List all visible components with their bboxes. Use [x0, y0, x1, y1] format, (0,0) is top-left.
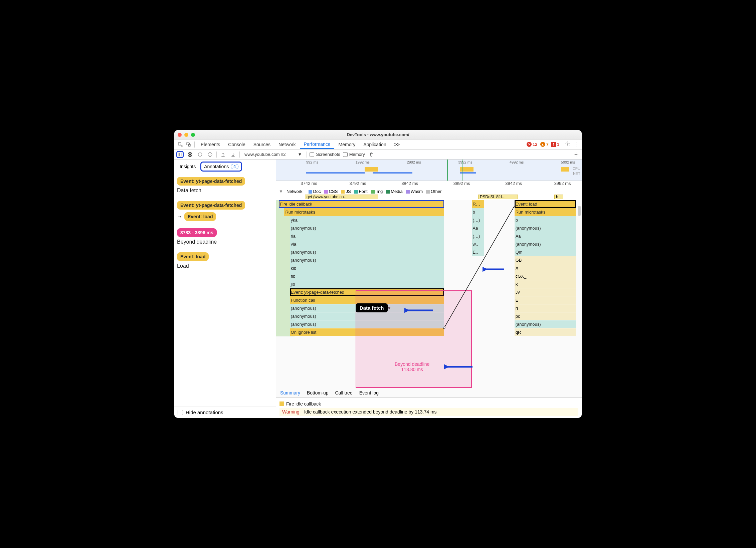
tab-calltree[interactable]: Call tree: [335, 390, 353, 395]
flame-entry[interactable]: (…): [472, 216, 484, 224]
flame-entry[interactable]: Event: yt-page-data-fetched: [290, 288, 444, 296]
divider: [216, 152, 217, 158]
record-button[interactable]: [186, 151, 194, 158]
trace-dropdown[interactable]: www.youtube.com #2▼: [242, 151, 304, 158]
flame-entry[interactable]: w..: [472, 240, 484, 248]
flame-entry[interactable]: (…): [472, 232, 484, 240]
flame-entry[interactable]: Fire idle callback: [279, 200, 444, 208]
flame-entry[interactable]: b: [472, 208, 484, 216]
network-request[interactable]: h: [554, 195, 563, 199]
timeline-ruler[interactable]: 3742 ms3792 ms3842 ms3892 ms3942 ms3992 …: [276, 181, 582, 188]
tab-overflow[interactable]: >>: [391, 141, 403, 149]
network-request[interactable]: PSDnSl_8fd…: [478, 195, 518, 199]
tab-application[interactable]: Application: [360, 141, 390, 149]
inspect-icon[interactable]: [177, 141, 184, 148]
reload-button[interactable]: [196, 151, 204, 158]
annotation-item[interactable]: 3783 - 3896 ms Beyond deadline: [177, 228, 273, 245]
flame-entry[interactable]: R…: [472, 200, 484, 208]
memory-checkbox[interactable]: Memory: [343, 152, 365, 157]
tab-sources[interactable]: Sources: [250, 141, 274, 149]
annotation-item[interactable]: Event: yt-page-data-fetched → Event: loa…: [177, 201, 273, 221]
tab-summary[interactable]: Summary: [280, 390, 300, 395]
ruler-tick: 3792 ms: [350, 181, 366, 186]
flame-entry[interactable]: (anonymous): [290, 320, 444, 328]
flame-entry[interactable]: Qm: [515, 248, 576, 256]
issue-count[interactable]: !1: [551, 142, 559, 147]
flame-entry[interactable]: Aa: [472, 224, 484, 232]
svg-point-3: [567, 143, 568, 145]
warning-row: Warning Idle callback execution extended…: [279, 408, 578, 416]
network-label: Network: [287, 189, 303, 194]
flame-entry[interactable]: Run microtasks: [515, 208, 576, 216]
network-request[interactable]: get (www.youtube.co…: [305, 195, 378, 199]
flame-entry[interactable]: b: [515, 216, 576, 224]
devtools-window: DevTools - www.youtube.com/ Elements Con…: [174, 130, 582, 418]
close-icon[interactable]: [178, 133, 182, 137]
flame-entry[interactable]: (anonymous): [290, 256, 444, 264]
download-button[interactable]: [229, 151, 237, 158]
screenshots-checkbox[interactable]: Screenshots: [310, 152, 340, 157]
error-count[interactable]: ✕12: [527, 142, 537, 147]
flame-entry[interactable]: cGX_: [515, 272, 576, 280]
flame-entry[interactable]: qR: [515, 328, 576, 336]
flame-entry[interactable]: k: [515, 280, 576, 288]
maximize-icon[interactable]: [191, 133, 195, 137]
deadline-label: Beyond deadline 113.80 ms: [374, 361, 450, 372]
flame-entry[interactable]: Event: load: [515, 200, 576, 208]
flame-entry[interactable]: vla: [290, 240, 444, 248]
tab-eventlog[interactable]: Event log: [359, 390, 379, 395]
flame-entry[interactable]: jlb: [290, 280, 444, 288]
gear-icon[interactable]: [565, 141, 570, 148]
tab-console[interactable]: Console: [225, 141, 248, 149]
annotation-item[interactable]: Event: yt-page-data-fetched Data fetch: [177, 177, 273, 194]
flame-entry[interactable]: X: [515, 264, 576, 272]
device-icon[interactable]: [185, 141, 192, 148]
flame-entry[interactable]: Function call: [290, 296, 444, 304]
network-track[interactable]: ▼ Network DocCSSJSFontImgMediaWasmOther …: [276, 188, 582, 200]
gc-button[interactable]: [368, 151, 375, 158]
flame-entry[interactable]: E: [515, 296, 576, 304]
kebab-icon[interactable]: ⋮: [573, 142, 579, 148]
flame-entry[interactable]: klb: [290, 264, 444, 272]
minimize-icon[interactable]: [184, 133, 188, 137]
arrow-icon: [483, 266, 506, 273]
tab-annotations[interactable]: Annotations 4: [200, 162, 242, 172]
flame-entry[interactable]: (anonymous): [515, 224, 576, 232]
tab-elements[interactable]: Elements: [197, 141, 223, 149]
color-swatch: [279, 401, 284, 406]
overview-selection[interactable]: [447, 160, 462, 181]
tab-insights[interactable]: Insights: [177, 163, 198, 171]
flame-entry[interactable]: (anonymous): [515, 320, 576, 328]
flame-entry[interactable]: yka: [290, 216, 444, 224]
tab-network[interactable]: Network: [275, 141, 299, 149]
clear-button[interactable]: [206, 151, 214, 158]
flame-entry[interactable]: flb: [290, 272, 444, 280]
overview-strip[interactable]: 992 ms 1992 ms 2992 ms 3992 ms 4992 ms 5…: [276, 160, 582, 181]
flame-entry[interactable]: (anonymous): [290, 248, 444, 256]
tab-bottomup[interactable]: Bottom-up: [307, 390, 329, 395]
flame-entry[interactable]: Aa: [515, 232, 576, 240]
hide-annotations-checkbox[interactable]: Hide annotations: [174, 406, 276, 418]
tab-performance[interactable]: Performance: [300, 140, 334, 149]
warning-count[interactable]: ▲7: [540, 142, 549, 147]
flame-entry[interactable]: Jv: [515, 288, 576, 296]
flame-entry[interactable]: rla: [290, 232, 444, 240]
flame-entry[interactable]: GB: [515, 256, 576, 264]
toggle-sidebar-button[interactable]: [176, 151, 184, 158]
settings-icon[interactable]: [572, 151, 580, 158]
flame-entry[interactable]: On ignore list: [290, 328, 444, 336]
details-tabs: Summary Bottom-up Call tree Event log: [276, 388, 582, 398]
traffic-lights: [178, 133, 195, 137]
annotation-item[interactable]: Event: load Load: [177, 252, 273, 269]
flame-entry[interactable]: pc: [515, 312, 576, 320]
flame-entry[interactable]: (anonymous): [515, 240, 576, 248]
flame-entry[interactable]: (anonymous): [290, 224, 444, 232]
tab-memory[interactable]: Memory: [335, 141, 359, 149]
legend-item: Media: [386, 189, 402, 194]
flame-entry[interactable]: ri: [515, 304, 576, 312]
flame-entry[interactable]: Run microtasks: [284, 208, 444, 216]
scrollbar[interactable]: [578, 206, 581, 216]
flame-entry[interactable]: E..: [472, 248, 484, 256]
flame-chart[interactable]: Beyond deadline 113.80 ms Data fetch Loa…: [276, 200, 582, 388]
upload-button[interactable]: [219, 151, 227, 158]
